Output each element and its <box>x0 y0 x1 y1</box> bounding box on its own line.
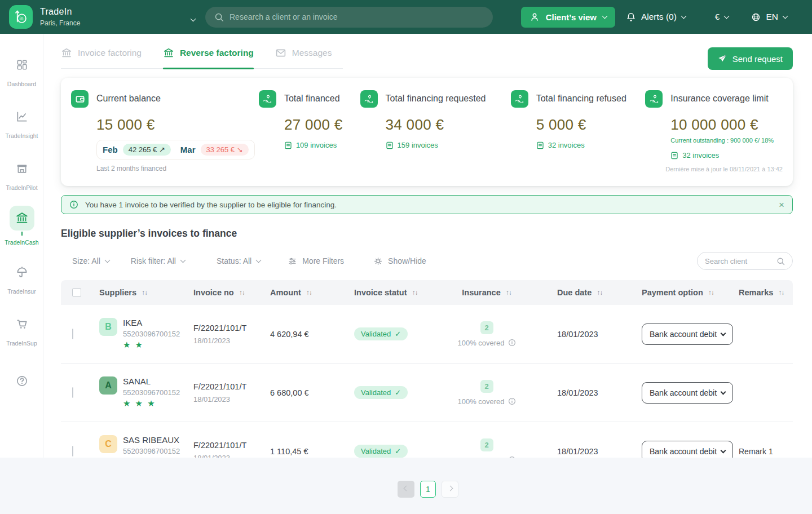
size-filter[interactable]: Size: All <box>72 256 109 265</box>
page-number-button[interactable]: 1 <box>420 481 436 498</box>
row-checkbox[interactable] <box>72 446 73 457</box>
insurance-coverage-panel: Insurance coverage limit 10 000 000 € Cu… <box>645 90 783 172</box>
bank-icon <box>163 47 174 59</box>
total-refused-amount: 5 000 € <box>536 116 646 134</box>
invoices-link[interactable]: 32 invoices <box>670 151 783 159</box>
payment-option-select[interactable]: Bank account debit <box>642 382 733 404</box>
wallet-icon <box>71 90 89 108</box>
invoices-link[interactable]: 32 invoices <box>536 141 646 149</box>
next-page-button[interactable] <box>442 481 458 498</box>
search-client-input[interactable] <box>705 257 776 265</box>
help-button[interactable] <box>0 355 43 407</box>
column-header-invoice-no[interactable]: Invoice no <box>193 288 234 297</box>
current-balance-amount: 15 000 € <box>96 116 259 134</box>
sidebar-item-tradeinsup[interactable]: TradeInSup <box>0 303 43 355</box>
chevron-down-icon <box>724 14 730 19</box>
column-header-payment-option[interactable]: Payment option <box>642 288 703 297</box>
supplier-siren: 55203096700152 <box>123 388 180 397</box>
sidebar-item-tradeinsight[interactable]: TradeInsight <box>0 96 43 148</box>
column-header-amount[interactable]: Amount <box>270 288 301 297</box>
umbrella-icon <box>16 266 28 278</box>
bank-icon <box>15 211 29 225</box>
invoice-number: F/22021/101/T <box>193 441 263 450</box>
check-icon: ✓ <box>395 388 401 397</box>
send-request-button[interactable]: Send request <box>708 47 793 70</box>
tab-reverse-factoring[interactable]: Reverse factoring <box>163 47 254 68</box>
info-circle-icon[interactable] <box>508 339 516 347</box>
language-menu[interactable]: EN <box>751 12 787 22</box>
insurance-count-badge: 2 <box>480 321 493 334</box>
chevron-down-icon <box>104 258 110 263</box>
insurance-count-badge: 2 <box>480 380 493 393</box>
sort-icon[interactable]: ↑↓ <box>142 289 147 296</box>
insurance-count-badge: 2 <box>480 438 493 451</box>
chevron-down-icon[interactable] <box>191 16 196 22</box>
chevron-down-icon <box>681 14 686 19</box>
svg-text:in: in <box>19 16 23 21</box>
info-circle-icon <box>69 200 78 209</box>
search-client-box[interactable] <box>697 252 793 270</box>
sort-icon[interactable]: ↑↓ <box>306 289 312 296</box>
sidebar-item-label: TradeInSup <box>6 340 37 347</box>
invoices-link[interactable]: 109 invoices <box>284 141 360 149</box>
tab-invoice-factoring[interactable]: Invoice factoring <box>61 47 142 68</box>
currency-menu[interactable]: € <box>715 12 729 22</box>
invoices-link[interactable]: 159 invoices <box>386 141 511 149</box>
close-icon[interactable]: × <box>779 200 784 210</box>
row-checkbox[interactable] <box>72 329 73 339</box>
sort-icon[interactable]: ↑↓ <box>239 289 245 296</box>
sort-icon[interactable]: ↑↓ <box>597 289 602 296</box>
stat-title: Current balance <box>96 94 161 104</box>
chevron-down-icon <box>783 14 788 19</box>
column-header-invoice-statut[interactable]: Invoice statut <box>354 288 407 297</box>
info-circle-icon[interactable] <box>508 397 516 405</box>
sidebar-item-tradeinsur[interactable]: TradeInsur <box>0 251 43 303</box>
more-filters-label: More Filters <box>302 256 344 265</box>
app-location: Paris, France <box>40 19 80 27</box>
row-checkbox[interactable] <box>72 387 73 398</box>
sort-icon[interactable]: ↑↓ <box>708 289 714 296</box>
previous-page-button[interactable] <box>398 481 414 498</box>
column-header-suppliers[interactable]: Suppliers <box>99 288 136 297</box>
status-filter[interactable]: Status: All <box>217 256 261 265</box>
sidebar-item-tradeincash[interactable]: TradeInCash <box>0 200 43 251</box>
month-label: Feb <box>103 145 118 154</box>
global-search-input[interactable] <box>230 12 484 21</box>
total-financed-panel: Total financed 27 000 € 109 invoices <box>259 90 360 172</box>
alert-message: You have 1 invoice to be verified by the… <box>85 201 337 209</box>
months-caption: Last 2 months financed <box>96 165 259 172</box>
sidebar-item-tradeinpilot[interactable]: TradeInPilot <box>0 148 43 200</box>
invoice-date: 18/01/2023 <box>193 395 263 404</box>
month-feb: Feb 42 265 € ↗ <box>103 144 171 156</box>
column-header-due-date[interactable]: Due date <box>557 288 592 297</box>
trend-up-arrow-icon: ↗ <box>159 145 165 154</box>
select-all-checkbox[interactable] <box>72 288 81 297</box>
invoice-doc-icon <box>284 141 292 149</box>
tabs-row: Invoice factoring Reverse factoring Mess… <box>61 47 793 70</box>
sidebar-item-dashboard[interactable]: Dashboard <box>0 44 43 96</box>
help-circle-icon <box>16 375 28 387</box>
column-header-remarks[interactable]: Remarks <box>739 288 773 297</box>
hand-heart-icon <box>645 90 663 108</box>
chevron-right-icon <box>447 486 453 491</box>
clients-view-button[interactable]: Client’s view <box>521 7 615 28</box>
tab-label: Reverse factoring <box>180 48 254 58</box>
sort-icon[interactable]: ↑↓ <box>506 289 511 296</box>
sort-icon[interactable]: ↑↓ <box>412 289 417 296</box>
company-selector[interactable]: in TradeIn Paris, France <box>0 5 205 29</box>
show-hide-button[interactable]: Show/Hide <box>373 256 426 266</box>
alerts-menu[interactable]: Alerts (0) <box>626 12 686 22</box>
invoices-count: 109 invoices <box>296 141 337 149</box>
supplier-siren: 55203096700152 <box>123 447 180 455</box>
clients-view-label: Client’s view <box>546 12 597 22</box>
risk-filter[interactable]: Risk filter: All <box>131 256 185 265</box>
total-financed-amount: 27 000 € <box>284 116 360 134</box>
sidebar-item-label: Dashboard <box>7 81 36 87</box>
column-header-insurance[interactable]: Insurance <box>462 288 501 297</box>
tab-messages[interactable]: Messages <box>275 47 332 68</box>
payment-option-select[interactable]: Bank account debit <box>642 324 733 345</box>
global-search[interactable] <box>205 7 493 28</box>
size-filter-label: Size: All <box>72 256 100 265</box>
sort-icon[interactable]: ↑↓ <box>778 289 784 296</box>
more-filters-button[interactable]: More Filters <box>288 256 344 266</box>
